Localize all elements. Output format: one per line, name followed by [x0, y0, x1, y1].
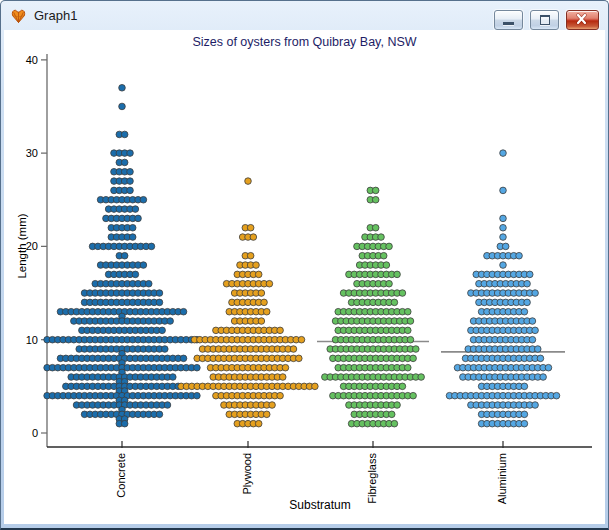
data-dot [372, 196, 379, 203]
data-dot [532, 290, 539, 297]
data-dot [290, 346, 297, 353]
data-dot [532, 402, 539, 409]
data-dot [121, 420, 128, 427]
data-dot [258, 290, 265, 297]
data-dot [170, 374, 177, 381]
data-dot [372, 224, 379, 231]
data-dot [404, 327, 411, 334]
data-dot [404, 308, 411, 315]
category-label-concrete: Concrete [115, 453, 128, 498]
category-label-plywood: Plywood [241, 453, 254, 495]
data-dot [521, 383, 528, 390]
data-dot [127, 150, 134, 157]
data-dot [140, 262, 147, 269]
data-dot [263, 308, 270, 315]
data-dot [526, 271, 533, 278]
data-dot [391, 420, 398, 427]
data-dot [388, 411, 395, 418]
data-dot [127, 187, 134, 194]
data-dot [266, 280, 273, 287]
data-dot [121, 159, 128, 166]
y-tick-label: 10 [26, 334, 38, 346]
data-dot [386, 280, 393, 287]
data-dot [135, 215, 142, 222]
series-concrete [44, 84, 200, 426]
data-dot [524, 280, 531, 287]
y-tick-label: 40 [26, 54, 38, 66]
window-controls [487, 10, 599, 30]
data-dot [394, 402, 401, 409]
series-fibreglass [322, 187, 425, 427]
data-dot [279, 374, 286, 381]
data-dot [500, 224, 507, 231]
data-dot [312, 383, 319, 390]
data-dot [156, 411, 163, 418]
data-dot [258, 318, 265, 325]
category-label-aluminium: Aluminium [496, 453, 509, 504]
data-dot [532, 327, 539, 334]
data-dot [269, 402, 276, 409]
data-dot [180, 308, 187, 315]
window-title: Graph1 [34, 8, 77, 23]
data-dot [162, 346, 169, 353]
data-dot [553, 392, 560, 399]
data-dot [159, 327, 166, 334]
chart-client-area: Sizes of oysters from Quibray Bay, NSW L… [4, 30, 605, 524]
restore-icon [540, 15, 550, 25]
data-dot [119, 103, 126, 110]
data-dot [132, 271, 139, 278]
data-dot [500, 262, 507, 269]
category-label-fibreglass: Fibreglass [366, 453, 379, 504]
app-shell-icon [10, 8, 27, 24]
data-dot [372, 187, 379, 194]
data-dot [383, 262, 390, 269]
data-dot [253, 262, 260, 269]
data-dot [140, 196, 147, 203]
data-dot [296, 355, 303, 362]
data-dot [261, 299, 268, 306]
data-dot [540, 374, 547, 381]
data-dot [277, 327, 284, 334]
data-dot [516, 252, 523, 259]
y-tick-label: 0 [32, 427, 38, 439]
data-dot [247, 252, 254, 259]
data-dot [534, 346, 541, 353]
restore-button[interactable] [530, 10, 559, 30]
data-dot [500, 150, 507, 157]
data-dot [132, 206, 139, 213]
data-dot [194, 392, 201, 399]
data-dot [167, 318, 174, 325]
graph-window: Graph1 Sizes of oysters from Quibray Bay… [0, 0, 609, 530]
titlebar[interactable]: Graph1 [1, 1, 608, 30]
dotplot-chart: 010203040 [4, 30, 605, 524]
data-dot [255, 271, 262, 278]
minimize-button[interactable] [494, 10, 523, 30]
data-dot [127, 168, 134, 175]
close-button[interactable] [566, 10, 599, 30]
data-dot [194, 364, 201, 371]
data-dot [129, 234, 136, 241]
data-dot [282, 364, 289, 371]
data-dot [407, 336, 414, 343]
data-dot [524, 299, 531, 306]
data-dot [413, 346, 420, 353]
data-dot [500, 215, 507, 222]
data-dot [545, 364, 552, 371]
series-aluminium [446, 150, 560, 427]
data-dot [121, 131, 128, 138]
data-dot [399, 383, 406, 390]
data-dot [277, 392, 284, 399]
y-tick-label: 30 [26, 147, 38, 159]
data-dot [263, 411, 270, 418]
data-dot [407, 318, 414, 325]
data-dot [521, 411, 528, 418]
data-dot [378, 234, 385, 241]
data-dot [500, 187, 507, 194]
data-dot [156, 299, 163, 306]
data-dot [255, 420, 262, 427]
data-dot [250, 234, 257, 241]
data-dot [529, 318, 536, 325]
data-dot [298, 336, 305, 343]
data-dot [502, 243, 509, 250]
data-dot [380, 252, 387, 259]
